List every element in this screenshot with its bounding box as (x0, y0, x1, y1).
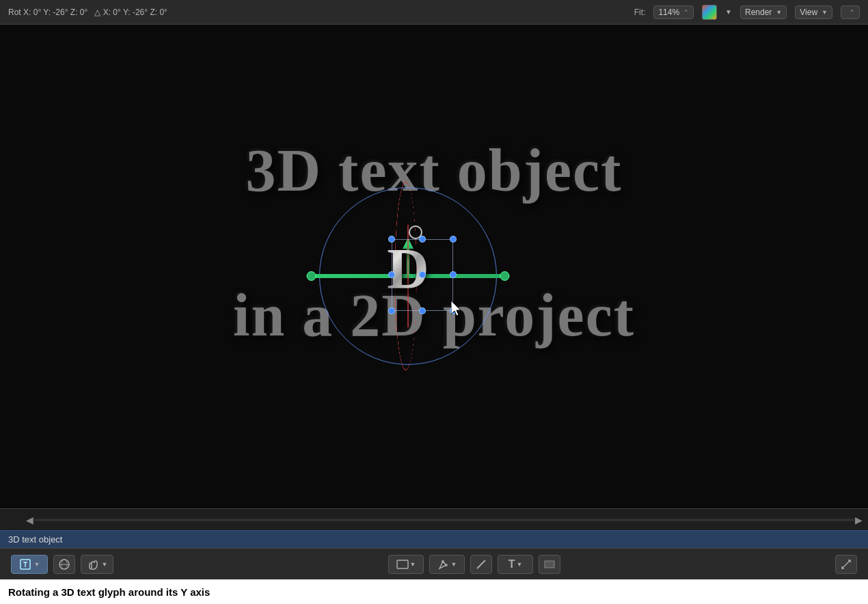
transform-tool-button[interactable] (835, 555, 857, 574)
timeline-track[interactable] (34, 519, 854, 521)
svg-rect-13 (545, 561, 554, 568)
toolbar-right (835, 555, 857, 574)
handle-bottom-mid[interactable] (419, 307, 426, 314)
fit-chevron-icon: ⌃ (683, 9, 689, 16)
type-tool-button[interactable]: T ▼ (498, 555, 533, 574)
main-area: 3D text object in a 2D project (0, 25, 868, 579)
handle-mid-left[interactable] (388, 271, 395, 278)
caption-text: Rotating a 3D text glyph around its Y ax… (8, 586, 210, 598)
svg-line-14 (842, 560, 850, 568)
text-select-tool-button[interactable]: ▼ (11, 555, 48, 574)
render-button[interactable]: Render ▼ (740, 5, 787, 19)
bottom-toolbar: ▼ ▼ (0, 548, 868, 579)
green-bar-left-handle[interactable] (306, 271, 316, 281)
svg-rect-9 (397, 560, 408, 568)
3d-object-tool-button[interactable] (53, 555, 75, 574)
shape-icon (396, 560, 409, 569)
layer-label: 3D text object (8, 534, 63, 545)
render-chevron-icon: ▼ (776, 9, 782, 16)
brush-tool-button[interactable] (470, 555, 492, 574)
type-letter-icon: T (508, 558, 515, 571)
timeline-right-marker: ▶ (855, 514, 863, 525)
viewport-wrapper: 3D text object in a 2D project (0, 25, 868, 508)
window-chevron-icon: ⌃ (850, 9, 855, 16)
timeline: ◀ ▶ (0, 508, 868, 530)
fit-label: Fit: (634, 8, 646, 17)
hand-tool-chevron-icon: ▼ (102, 561, 108, 568)
text-tool-chevron-icon: ▼ (34, 561, 40, 568)
resize-icon (840, 558, 852, 571)
brush-icon (475, 558, 487, 571)
handle-top-right[interactable] (450, 236, 457, 243)
pen-chevron-icon: ▼ (451, 561, 457, 568)
pen-tool-button[interactable]: ▼ (429, 555, 465, 574)
cursor (451, 301, 465, 317)
handle-top-left[interactable] (388, 236, 395, 243)
rectangle-tool-button[interactable] (539, 555, 560, 574)
pen-icon (437, 558, 450, 571)
shape-chevron-icon: ▼ (410, 561, 416, 568)
toolbar-center: ▼ ▼ T ▼ (388, 555, 560, 574)
window-button[interactable]: ⌃ (841, 5, 860, 19)
shape-tool-button[interactable]: ▼ (388, 555, 424, 574)
toolbar-left: ▼ ▼ (11, 555, 113, 574)
object-overlay: D (306, 174, 511, 379)
svg-marker-2 (451, 301, 461, 316)
view-chevron-icon: ▼ (822, 9, 828, 16)
handle-mid-center[interactable] (419, 271, 426, 278)
caption: Rotating a 3D text glyph around its Y ax… (0, 579, 868, 604)
timeline-left-marker: ◀ (26, 514, 33, 525)
3d-object-icon (58, 558, 70, 571)
fit-button[interactable]: 114% ⌃ (653, 5, 694, 19)
handle-bottom-left[interactable] (388, 307, 395, 314)
type-chevron-icon: ▼ (516, 561, 522, 568)
svg-point-10 (442, 560, 444, 563)
top-bar-left: Rot X: 0° Y: -26° Z: 0° △ X: 0° Y: -26° … (8, 8, 167, 17)
cursor-icon (451, 301, 465, 317)
top-bar: Rot X: 0° Y: -26° Z: 0° △ X: 0° Y: -26° … (0, 0, 868, 25)
text-cursor-icon (19, 558, 31, 571)
rotation-info: Rot X: 0° Y: -26° Z: 0° △ X: 0° Y: -26° … (8, 8, 167, 17)
label-bar: 3D text object (0, 530, 868, 548)
view-button[interactable]: View ▼ (795, 5, 832, 19)
hand-icon (87, 558, 99, 571)
swatch-chevron-icon: ▼ (725, 8, 732, 16)
green-bar-right-handle[interactable] (500, 271, 509, 281)
handle-top-mid[interactable] (419, 236, 426, 243)
rectangle-icon (543, 560, 556, 569)
color-swatch[interactable] (702, 5, 717, 20)
svg-line-12 (477, 560, 485, 568)
handle-mid-right[interactable] (450, 271, 457, 278)
hand-tool-button[interactable]: ▼ (81, 555, 113, 574)
top-bar-right: Fit: 114% ⌃ ▼ Render ▼ View ▼ ⌃ (634, 5, 860, 20)
